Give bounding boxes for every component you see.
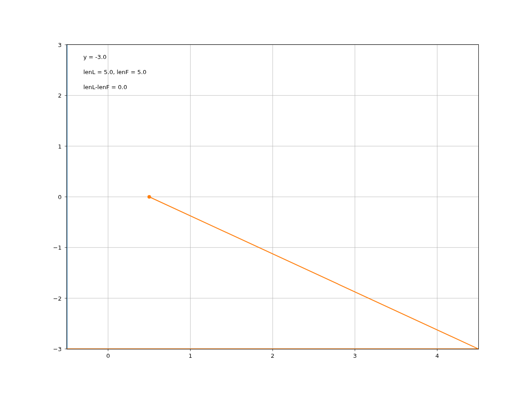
ytick-label: 1 <box>44 143 62 149</box>
ytick-label: −2 <box>44 295 62 301</box>
axes: 0 1 2 3 4 −3 −2 −1 0 1 2 3 y = -3.0 lenL… <box>66 44 479 349</box>
xtick-label: 4 <box>435 352 439 359</box>
ytick-label: 0 <box>44 194 62 200</box>
xtick-label: 0 <box>106 352 110 359</box>
figure: 0 1 2 3 4 −3 −2 −1 0 1 2 3 y = -3.0 lenL… <box>0 0 532 399</box>
xtick-label: 3 <box>353 352 356 359</box>
xtick-label: 1 <box>188 352 192 359</box>
tick-layer <box>66 44 479 349</box>
ytick-label: 2 <box>44 92 62 99</box>
annotation-diff: lenL-lenF = 0.0 <box>83 84 127 90</box>
annotation-len: lenL = 5.0, lenF = 5.0 <box>83 69 146 75</box>
ytick-label: 3 <box>44 42 62 48</box>
ytick-label: −3 <box>44 346 62 352</box>
annotation-y: y = -3.0 <box>83 54 106 60</box>
ytick-label: −1 <box>44 244 62 251</box>
xtick-label: 2 <box>271 352 274 359</box>
